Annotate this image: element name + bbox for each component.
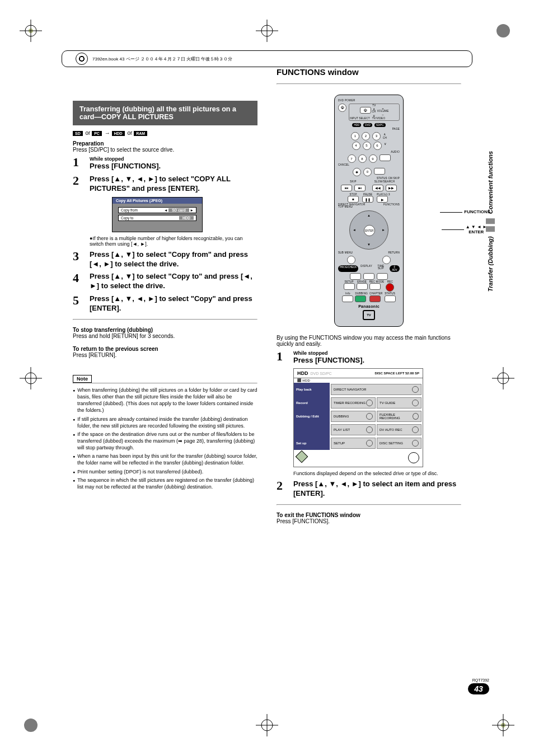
crop-mark: [20, 714, 42, 736]
small-btn-1: [350, 273, 361, 280]
tv-power-button: ⏻: [360, 107, 371, 114]
small-btn-2: [363, 273, 374, 280]
note-item: If still pictures are already contained …: [73, 416, 257, 429]
num-8-button: 8: [358, 154, 367, 163]
dpad-right: ►: [382, 228, 385, 232]
row-playback-lbl: Play back: [294, 383, 330, 396]
num-4-button: 4: [352, 142, 360, 150]
step-5: 5 Press [▲, ▼, ◄, ►] to select "Copy" an…: [73, 294, 257, 313]
dpad-down: ▼: [367, 243, 371, 246]
setup-button: [344, 283, 355, 290]
remote-control-diagram: DVD POWER ⏻ TV ⏻ ∧CH∨ +VOLUME− INPUT SEL…: [334, 95, 404, 327]
note-item: When transferring (dubbing) the still pi…: [73, 387, 257, 414]
notes-list: When transferring (dubbing) the still pi…: [73, 387, 257, 490]
erase-button: [357, 283, 368, 290]
hdr-disc-space: DISC SPACE LEFT 52:00 SP: [374, 372, 419, 375]
step-number: 2: [277, 480, 287, 499]
row-dubbing-lbl-2: [294, 423, 330, 436]
step-instruction: Press [▲, ▼] to select "Copy to" and pre…: [90, 272, 257, 291]
callout-enter: ▲ ▼ ◄ ► ENTER: [466, 224, 487, 234]
badge-or-2: or: [127, 130, 132, 136]
dialog-header: Copy All Pictures (JPEG): [113, 198, 202, 204]
intro-text: By using the FUNCTIONS window you may ac…: [277, 335, 461, 347]
setup-icon: [366, 440, 373, 447]
note-item: If the space on the destination drive ru…: [73, 431, 257, 451]
step-condition: While stopped: [293, 350, 461, 356]
top-meta-strip: 7392en.book 43 ページ ２００４年４月２７日 火曜日 午後５時３０…: [62, 50, 472, 67]
badge-pc: PC: [92, 131, 102, 136]
side-tab-color-block: [486, 218, 495, 232]
step-instruction: Press [▲, ▼, ◄, ►] to select "COPY ALL P…: [90, 175, 257, 194]
side-tab: Transfer (Dubbing) Convenient functions: [486, 151, 495, 292]
num-1-button: 1: [351, 132, 359, 140]
ch-down-2: ∨: [384, 142, 386, 150]
drive-sdpc-button: SD/PC: [374, 123, 386, 127]
callout-functions-text: FUNCTIONS: [464, 209, 490, 214]
num-5-button: 5: [363, 142, 371, 150]
power-button: ⏻: [338, 104, 346, 112]
right-step-1: 1 While stopped Press [FUNCTIONS]. HDD D…: [277, 350, 461, 477]
cancel-button: ✱: [353, 168, 361, 176]
right-step-2: 2 Press [▲, ▼, ◄, ►] to select an item a…: [277, 480, 461, 499]
rec-label: REC: [386, 281, 394, 284]
note-item: Print number setting (DPOF) is not trans…: [73, 468, 257, 475]
functions-window-diagram: HDD DVD SD/PC DISC SPACE LEFT 52:00 SP ⬛…: [293, 368, 423, 467]
skip-label: SKIP: [338, 181, 368, 184]
section-header-bar: Transferring (dubbing) all the still pic…: [73, 101, 257, 125]
top-meta-text: 7392en.book 43 ページ ２００４年４月２７日 火曜日 午後５時３０…: [92, 56, 232, 62]
badge-sd: SD: [73, 131, 83, 136]
pause-button: ❚❚: [362, 196, 373, 203]
cell-flexible-recording: FLEXIBLE RECORDING: [377, 411, 421, 422]
badge-hdd: HDD: [112, 131, 125, 136]
drive-hdd-button: HDD: [352, 123, 361, 127]
status-cmskip-label: STATUS CM SKIP: [338, 177, 400, 180]
svg-point-4: [496, 24, 510, 37]
crop-mark: [20, 367, 42, 389]
num-0-button: 0: [363, 168, 372, 176]
badge-ram: RAM: [134, 131, 147, 136]
cell-direct-navigator: DIRECT NAVIGATOR: [331, 384, 421, 395]
page-footer: RQT7392 43: [468, 678, 489, 694]
return-text: Press [RETURN].: [73, 352, 257, 358]
hdr-other-drives: DVD SD/PC: [311, 372, 332, 375]
crop-mark: [256, 20, 278, 42]
dpad-left: ◄: [353, 228, 356, 232]
stop-button: ■: [348, 196, 359, 203]
hdr-hdd: HDD: [297, 370, 308, 376]
right-column: FUNCTIONS window DVD POWER ⏻ TV ⏻ ∧CH∨ +…: [277, 67, 461, 689]
stop-dubbing-heading: To stop transferring (dubbing): [73, 327, 257, 333]
step-number: 2: [73, 175, 83, 247]
step-number: 1: [73, 156, 83, 171]
step-number: 4: [73, 272, 83, 291]
page-label: PAGE: [338, 128, 400, 131]
num-6-button: 6: [373, 142, 382, 150]
cell-setup: SETUP: [331, 438, 376, 449]
rec-button: [386, 283, 394, 292]
cell-tv-guide: TV GUIDE: [377, 397, 421, 408]
rec-mode-label: REC MODE: [369, 281, 385, 284]
play-button: ▶: [377, 196, 388, 203]
return-button: [382, 256, 391, 264]
num-7-button: 7: [348, 154, 356, 163]
functions-window-title: FUNCTIONS window: [277, 67, 461, 77]
page-number: 43: [468, 683, 489, 694]
copy-all-pictures-dialog: Copy All Pictures (JPEG) Copy from ◄ SD …: [112, 197, 203, 232]
svg-point-5: [24, 719, 38, 732]
num-2-button: 2: [362, 132, 370, 140]
num-3-button: 3: [372, 132, 381, 140]
dv-icon: [412, 426, 419, 433]
step-condition: While stopped: [90, 156, 257, 162]
exit-text: Press [FUNCTIONS].: [277, 518, 461, 524]
callout-enter-text: ▲ ▼ ◄ ► ENTER: [466, 224, 487, 234]
step-instruction: Press [FUNCTIONS].: [90, 162, 257, 171]
dubbing-label: DUBBING: [355, 293, 368, 295]
crop-mark: [492, 367, 514, 389]
row-dubbing-lbl: Dubbing / Edit: [294, 410, 330, 423]
return-heading: To return to the previous screen: [73, 346, 257, 352]
callout-functions: FUNCTIONS: [464, 209, 490, 214]
info-button: [342, 295, 353, 302]
audio-button: [380, 154, 391, 161]
num-9-button: 9: [369, 154, 377, 163]
badge-or: or: [86, 130, 91, 136]
copy-to-value: HDD: [179, 216, 194, 220]
